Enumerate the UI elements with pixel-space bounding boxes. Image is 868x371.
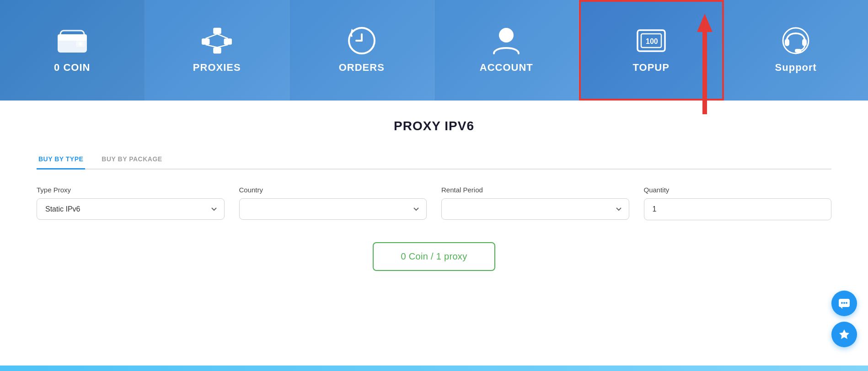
type-proxy-select[interactable]: Static IPv6 Dynamic IPv6 — [37, 198, 225, 220]
country-group: Country — [239, 186, 427, 220]
rental-period-group: Rental Period — [441, 186, 629, 220]
svg-rect-4 — [213, 28, 221, 34]
svg-line-9 — [217, 34, 228, 38]
nav-support-label: Support — [775, 62, 817, 74]
page-title: PROXY IPV6 — [37, 119, 831, 133]
nav-topup-label: TOPUP — [633, 62, 670, 74]
nav-proxies-label: PROXIES — [193, 62, 241, 74]
coin-button[interactable]: 0 Coin / 1 proxy — [373, 242, 496, 271]
svg-rect-7 — [213, 48, 221, 54]
main-content: PROXY IPV6 BUY BY TYPE BUY BY PACKAGE Ty… — [0, 101, 868, 370]
tabs-container: BUY BY TYPE BUY BY PACKAGE — [37, 150, 831, 170]
orders-icon — [346, 27, 378, 54]
support-icon — [780, 27, 812, 54]
quantity-label: Quantity — [644, 186, 832, 194]
tab-by-type[interactable]: BUY BY TYPE — [37, 150, 85, 170]
svg-marker-27 — [839, 329, 849, 339]
svg-rect-6 — [224, 38, 232, 45]
wallet-icon — [56, 27, 88, 54]
country-label: Country — [239, 186, 427, 194]
rental-period-label: Rental Period — [441, 186, 629, 194]
svg-point-3 — [79, 42, 82, 46]
quantity-group: Quantity — [644, 186, 832, 220]
nav-account-label: ACCOUNT — [480, 62, 533, 74]
nav-item-coin[interactable]: 0 COIN — [0, 0, 145, 101]
nav-orders-label: ORDERS — [339, 62, 385, 74]
topup-icon: 100 — [635, 27, 667, 54]
footer-bar — [0, 366, 868, 371]
nav-item-topup[interactable]: 100 TOPUP — [579, 0, 724, 101]
type-proxy-group: Type Proxy Static IPv6 Dynamic IPv6 — [37, 186, 225, 220]
country-select[interactable] — [239, 198, 427, 220]
svg-point-24 — [841, 302, 843, 304]
nav-coin-label: 0 COIN — [54, 62, 90, 74]
quantity-input[interactable] — [644, 198, 832, 220]
svg-rect-1 — [58, 34, 87, 41]
svg-line-11 — [217, 45, 228, 48]
svg-line-8 — [206, 34, 217, 38]
type-proxy-label: Type Proxy — [37, 186, 225, 194]
svg-rect-5 — [202, 38, 210, 45]
coin-button-container: 0 Coin / 1 proxy — [37, 242, 831, 271]
proxy-icon — [201, 27, 233, 54]
nav-item-orders[interactable]: ORDERS — [289, 0, 434, 101]
svg-line-10 — [206, 45, 217, 48]
svg-rect-21 — [795, 49, 801, 53]
chat-button[interactable] — [831, 291, 857, 316]
nav-item-support[interactable]: Support — [724, 0, 868, 101]
svg-text:100: 100 — [646, 37, 658, 45]
tab-by-package[interactable]: BUY BY PACKAGE — [100, 150, 164, 170]
svg-point-26 — [846, 302, 847, 304]
nav-item-proxies[interactable]: PROXIES — [145, 0, 290, 101]
svg-point-14 — [499, 28, 514, 42]
star-button[interactable] — [831, 322, 857, 347]
svg-rect-19 — [785, 39, 789, 46]
svg-point-25 — [843, 302, 845, 304]
nav-item-account[interactable]: ACCOUNT — [434, 0, 579, 101]
account-icon — [490, 27, 522, 54]
top-navigation: 0 COIN PROXIES O — [0, 0, 868, 101]
rental-period-select[interactable] — [441, 198, 629, 220]
form-row: Type Proxy Static IPv6 Dynamic IPv6 Coun… — [37, 186, 831, 220]
